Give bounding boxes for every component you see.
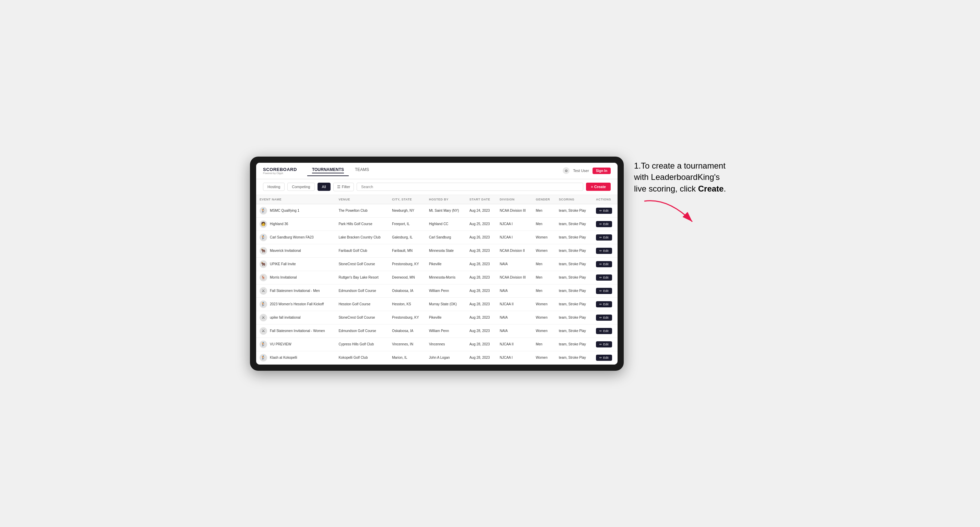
edit-button-4[interactable]: ✏ Edit bbox=[596, 261, 612, 267]
cell-division-9: NAIA bbox=[496, 324, 532, 338]
edit-icon-4: ✏ bbox=[600, 262, 602, 266]
tablet-screen: SCOREBOARD Powered by Clippit TOURNAMENT… bbox=[256, 163, 617, 365]
cell-city-state-3: Faribault, MN bbox=[388, 244, 426, 257]
cell-event-name-9: ⚔ Fall Statesmen Invitational - Women bbox=[256, 324, 335, 338]
table-row: 🏌 Carl Sandburg Women FA23 Lake Bracken … bbox=[256, 230, 617, 244]
cell-scoring-5: team, Stroke Play bbox=[555, 271, 592, 284]
cell-venue-4: StoneCrest Golf Course bbox=[335, 257, 388, 271]
cell-start-date-7: Aug 28, 2023 bbox=[466, 297, 496, 311]
cell-venue-6: Edmundson Golf Course bbox=[335, 284, 388, 297]
edit-icon-5: ✏ bbox=[600, 276, 602, 279]
cell-gender-8: Women bbox=[532, 311, 555, 324]
edit-button-8[interactable]: ✏ Edit bbox=[596, 314, 612, 321]
cell-hosted-by-4: Pikeville bbox=[426, 257, 466, 271]
cell-city-state-4: Prestonsburg, KY bbox=[388, 257, 426, 271]
col-event-name: EVENT NAME bbox=[256, 195, 335, 204]
col-division: DIVISION bbox=[496, 195, 532, 204]
table-row: 🏌 2023 Women's Hesston Fall Kickoff Hess… bbox=[256, 297, 617, 311]
event-name-6: Fall Statesmen Invitational - Men bbox=[270, 289, 320, 293]
edit-button-1[interactable]: ✏ Edit bbox=[596, 221, 612, 227]
cell-event-name-5: 🦌 Morris Invitational bbox=[256, 271, 335, 284]
cell-division-10: NJCAA II bbox=[496, 338, 532, 351]
table-row: 🐂 Maverick Invitational Faribault Golf C… bbox=[256, 244, 617, 257]
outer-wrapper: SCOREBOARD Powered by Clippit TOURNAMENT… bbox=[250, 157, 730, 371]
settings-icon[interactable]: ⚙ bbox=[563, 167, 570, 174]
cell-city-state-0: Newburgh, NY bbox=[388, 204, 426, 217]
col-scoring: SCORING bbox=[555, 195, 592, 204]
edit-button-2[interactable]: ✏ Edit bbox=[596, 234, 612, 241]
cell-city-state-5: Deerwood, MN bbox=[388, 271, 426, 284]
cell-division-0: NCAA Division III bbox=[496, 204, 532, 217]
create-button[interactable]: + Create bbox=[586, 183, 611, 191]
event-icon-5: 🦌 bbox=[259, 274, 267, 281]
edit-button-10[interactable]: ✏ Edit bbox=[596, 341, 612, 348]
cell-hosted-by-1: Highland CC bbox=[426, 217, 466, 230]
col-start-date: START DATE bbox=[466, 195, 496, 204]
cell-city-state-2: Galesburg, IL bbox=[388, 230, 426, 244]
cell-gender-9: Women bbox=[532, 324, 555, 338]
cell-venue-10: Cypress Hills Golf Club bbox=[335, 338, 388, 351]
nav-bar: SCOREBOARD Powered by Clippit TOURNAMENT… bbox=[256, 163, 617, 179]
hosting-button[interactable]: Hosting bbox=[263, 183, 285, 191]
table-row: 🐂 UPIKE Fall Invite StoneCrest Golf Cour… bbox=[256, 257, 617, 271]
cell-division-7: NJCAA II bbox=[496, 297, 532, 311]
cell-start-date-10: Aug 28, 2023 bbox=[466, 338, 496, 351]
toolbar: Hosting Competing All ☰ Filter + Create bbox=[256, 179, 617, 195]
event-icon-6: ⚔ bbox=[259, 287, 267, 295]
cell-hosted-by-6: William Penn bbox=[426, 284, 466, 297]
all-button[interactable]: All bbox=[318, 183, 331, 191]
nav-link-teams[interactable]: TEAMS bbox=[350, 165, 374, 176]
cell-event-name-11: 🏌 Klash at Kokopelli bbox=[256, 351, 335, 364]
cell-start-date-11: Aug 28, 2023 bbox=[466, 351, 496, 364]
cell-city-state-11: Marion, IL bbox=[388, 351, 426, 364]
sign-in-button[interactable]: Sign In bbox=[592, 168, 611, 174]
competing-button[interactable]: Competing bbox=[287, 183, 315, 191]
cell-gender-4: Men bbox=[532, 257, 555, 271]
nav-link-tournaments[interactable]: TOURNAMENTS bbox=[307, 165, 349, 176]
table-body: 🏌 MSMC Qualifying 1 The Powelton Club Ne… bbox=[256, 204, 617, 364]
filter-button[interactable]: ☰ Filter bbox=[333, 183, 354, 191]
event-icon-10: 🏌 bbox=[259, 341, 267, 348]
cell-city-state-6: Oskaloosa, IA bbox=[388, 284, 426, 297]
col-actions: ACTIONS bbox=[592, 195, 617, 204]
edit-icon-7: ✏ bbox=[600, 303, 602, 306]
cell-start-date-6: Aug 28, 2023 bbox=[466, 284, 496, 297]
edit-button-7[interactable]: ✏ Edit bbox=[596, 301, 612, 307]
cell-venue-8: StoneCrest Golf Course bbox=[335, 311, 388, 324]
cell-gender-11: Women bbox=[532, 351, 555, 364]
cell-actions-1: ✏ Edit bbox=[592, 217, 617, 230]
cell-scoring-8: team, Stroke Play bbox=[555, 311, 592, 324]
table-row: ⚔ Fall Statesmen Invitational - Women Ed… bbox=[256, 324, 617, 338]
cell-event-name-6: ⚔ Fall Statesmen Invitational - Men bbox=[256, 284, 335, 297]
edit-button-3[interactable]: ✏ Edit bbox=[596, 248, 612, 254]
event-name-11: Klash at Kokopelli bbox=[270, 356, 297, 359]
edit-button-5[interactable]: ✏ Edit bbox=[596, 275, 612, 281]
cell-hosted-by-2: Carl Sandburg bbox=[426, 230, 466, 244]
cell-venue-2: Lake Bracken Country Club bbox=[335, 230, 388, 244]
cell-scoring-2: team, Stroke Play bbox=[555, 230, 592, 244]
cell-scoring-9: team, Stroke Play bbox=[555, 324, 592, 338]
col-city-state: CITY, STATE bbox=[388, 195, 426, 204]
cell-start-date-0: Aug 24, 2023 bbox=[466, 204, 496, 217]
cell-division-11: NJCAA I bbox=[496, 351, 532, 364]
cell-gender-3: Women bbox=[532, 244, 555, 257]
cell-start-date-5: Aug 28, 2023 bbox=[466, 271, 496, 284]
col-venue: VENUE bbox=[335, 195, 388, 204]
edit-button-11[interactable]: ✏ Edit bbox=[596, 355, 612, 361]
cell-hosted-by-10: Vincennes bbox=[426, 338, 466, 351]
event-icon-9: ⚔ bbox=[259, 327, 267, 335]
cell-city-state-9: Oskaloosa, IA bbox=[388, 324, 426, 338]
tablet-device: SCOREBOARD Powered by Clippit TOURNAMENT… bbox=[250, 157, 624, 371]
edit-button-9[interactable]: ✏ Edit bbox=[596, 328, 612, 334]
edit-button-6[interactable]: ✏ Edit bbox=[596, 288, 612, 294]
cell-actions-5: ✏ Edit bbox=[592, 271, 617, 284]
search-input[interactable] bbox=[356, 183, 583, 191]
cell-actions-3: ✏ Edit bbox=[592, 244, 617, 257]
cell-division-1: NJCAA I bbox=[496, 217, 532, 230]
edit-icon-10: ✏ bbox=[600, 343, 602, 346]
edit-button-0[interactable]: ✏ Edit bbox=[596, 208, 612, 214]
cell-hosted-by-5: Minnesota-Morris bbox=[426, 271, 466, 284]
filter-icon: ☰ bbox=[337, 185, 340, 189]
edit-icon-11: ✏ bbox=[600, 356, 602, 359]
cell-actions-6: ✏ Edit bbox=[592, 284, 617, 297]
